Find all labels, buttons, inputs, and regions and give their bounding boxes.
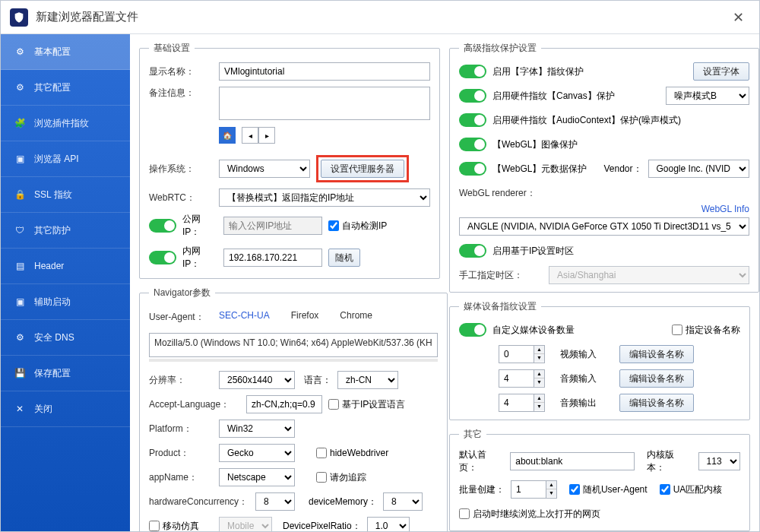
prev-icon-button[interactable]: ◂ <box>242 127 258 144</box>
language-label: 语言： <box>301 374 331 387</box>
user-agent-input[interactable]: Mozilla/5.0 (Windows NT 10.0; Win64; x64… <box>149 333 438 357</box>
os-label: 操作系统： <box>149 163 213 176</box>
sidebar-item-close[interactable]: ✕关闭 <box>1 391 130 427</box>
right-column: 高级指纹保护设置 启用【字体】指纹保护 设置字体 启用硬件指纹【Canvas】保… <box>449 42 750 525</box>
continue-browsing-checkbox[interactable]: 启动时继续浏览上次打开的网页 <box>459 508 600 521</box>
close-icon[interactable]: ✕ <box>727 6 750 29</box>
shield-icon: 🛡 <box>13 223 27 237</box>
sidebar-item-ssl-fp[interactable]: 🔒SSL 指纹 <box>1 177 130 213</box>
home-icon-button[interactable]: 🏠 <box>219 127 236 144</box>
sidebar-item-basic[interactable]: ⚙基本配置 <box>1 34 130 70</box>
set-proxy-button[interactable]: 设置代理服务器 <box>321 160 404 178</box>
batch-count-stepper[interactable]: ▲▼ <box>511 480 557 499</box>
ip-tz-toggle[interactable] <box>459 244 486 258</box>
tab-sec-ch-ua[interactable]: SEC-CH-UA <box>219 310 270 322</box>
media-fp-group: 媒体设备指纹设置 自定义媒体设备数量 指定设备名称 ▲▼ 视频输入 编辑设备名称 <box>449 300 750 420</box>
random-ua-checkbox[interactable]: 随机User-Agent <box>569 483 648 496</box>
ip-lang-checkbox[interactable]: 基于IP设置语言 <box>328 398 405 411</box>
canvas-mode-select[interactable]: 噪声模式B <box>666 87 749 105</box>
gear-icon: ⚙ <box>13 45 27 59</box>
appname-select[interactable]: Netscape <box>219 468 295 486</box>
tab-firefox[interactable]: Firefox <box>291 310 319 322</box>
font-fp-toggle[interactable] <box>459 65 486 78</box>
ua-match-kernel-checkbox[interactable]: UA匹配内核 <box>660 483 723 496</box>
vendor-select[interactable]: Google Inc. (NVID <box>648 160 749 178</box>
sidebar-item-save[interactable]: 💾保存配置 <box>1 356 130 391</box>
sidebar-item-other-protect[interactable]: 🛡其它防护 <box>1 213 130 249</box>
mobile-emu-checkbox[interactable]: 移动仿真 <box>149 520 213 532</box>
accept-lang-input[interactable] <box>246 395 322 413</box>
navigator-group: Navigator参数 User-Agent： SEC-CH-UA Firefo… <box>139 287 448 531</box>
auto-detect-checkbox[interactable]: 自动检测IP <box>328 220 387 233</box>
audio-in-count-stepper[interactable]: ▲▼ <box>499 369 545 388</box>
dns-icon: ⚙ <box>13 331 27 344</box>
hc-label: hardwareConcurrency： <box>149 496 249 508</box>
public-ip-toggle[interactable] <box>149 219 176 233</box>
specify-name-checkbox[interactable]: 指定设备名称 <box>672 324 740 337</box>
ua-scrollbar[interactable] <box>149 359 438 362</box>
webgl-meta-toggle[interactable] <box>459 162 486 176</box>
other-legend: 其它 <box>459 428 486 441</box>
ip-tz-label: 启用基于IP设置时区 <box>492 245 574 258</box>
window-title: 新建浏览器配置文件 <box>36 10 138 24</box>
do-not-track-checkbox[interactable]: 请勿追踪 <box>316 471 366 484</box>
webgl-info-link[interactable]: WebGL Info <box>701 204 749 214</box>
hc-select[interactable]: 8 <box>255 492 295 511</box>
main-content: 基础设置 显示名称： 备注信息： 🏠 ◂ ▸ <box>130 34 759 531</box>
random-ip-button[interactable]: 随机 <box>328 249 360 267</box>
edit-audio-out-name-button: 编辑设备名称 <box>619 394 694 412</box>
titlebar: 新建浏览器配置文件 ✕ <box>1 1 759 34</box>
custom-media-toggle[interactable] <box>459 323 486 337</box>
product-select[interactable]: Gecko <box>219 444 295 462</box>
audio-out-count-stepper[interactable]: ▲▼ <box>499 394 545 412</box>
webgl-img-toggle[interactable] <box>459 138 486 151</box>
public-ip-input <box>223 217 322 235</box>
sidebar-item-other-config[interactable]: ⚙其它配置 <box>1 70 130 106</box>
webrtc-select[interactable]: 【替换模式】返回指定的IP地址 <box>219 188 430 207</box>
homepage-input[interactable] <box>510 452 635 470</box>
edit-audio-in-name-button: 编辑设备名称 <box>619 369 694 388</box>
audio-fp-toggle[interactable] <box>459 113 486 127</box>
sidebar-item-browser-api[interactable]: ▣浏览器 API <box>1 141 130 177</box>
app-window: 新建浏览器配置文件 ✕ ⚙基本配置 ⚙其它配置 🧩浏览插件指纹 ▣浏览器 API… <box>0 0 760 532</box>
canvas-fp-toggle[interactable] <box>459 89 486 103</box>
resolution-select[interactable]: 2560x1440 <box>219 371 295 389</box>
set-font-button[interactable]: 设置字体 <box>693 62 749 81</box>
kernel-select[interactable]: 113 <box>698 452 740 470</box>
accept-lang-label: Accept-Language： <box>149 398 240 411</box>
lock-icon: 🔒 <box>13 188 27 201</box>
sidebar-item-secure-dns[interactable]: ⚙安全 DNS <box>1 320 130 356</box>
dm-label: deviceMemory： <box>309 496 377 508</box>
language-select[interactable]: zh-CN <box>337 371 398 389</box>
custom-media-label: 自定义媒体设备数量 <box>492 324 666 337</box>
proxy-highlight: 设置代理服务器 <box>316 155 409 182</box>
intranet-ip-toggle[interactable] <box>149 251 176 264</box>
next-icon-button[interactable]: ▸ <box>258 127 275 144</box>
sidebar-item-aux-launch[interactable]: ▣辅助启动 <box>1 284 130 320</box>
basic-legend: 基础设置 <box>149 42 195 55</box>
os-select[interactable]: Windows <box>219 160 310 178</box>
api-icon: ▣ <box>13 152 27 166</box>
sidebar-item-header[interactable]: ▤Header <box>1 249 130 284</box>
hide-webdriver-checkbox[interactable]: hideWebdriver <box>316 448 388 458</box>
sidebar-item-plugin-fp[interactable]: 🧩浏览插件指纹 <box>1 106 130 141</box>
adv-legend: 高级指纹保护设置 <box>459 42 541 55</box>
tab-chrome[interactable]: Chrome <box>340 310 372 322</box>
audio-fp-label: 启用硬件指纹【AudioContext】保护(噪声模式) <box>492 114 681 127</box>
intranet-ip-input[interactable] <box>223 249 322 267</box>
video-count-stepper[interactable]: ▲▼ <box>499 345 545 363</box>
remark-textarea[interactable] <box>219 87 430 120</box>
dpr-select[interactable]: 1.0 <box>367 517 410 531</box>
batch-label: 批量创建： <box>459 483 505 496</box>
renderer-select[interactable]: ANGLE (NVIDIA, NVIDIA GeForce GTX 1050 T… <box>459 217 749 236</box>
display-name-input[interactable] <box>219 62 430 81</box>
dm-select[interactable]: 8 <box>383 492 423 511</box>
video-input-label: 视频输入 <box>560 348 613 361</box>
display-name-label: 显示名称： <box>149 65 213 78</box>
appname-label: appName： <box>149 471 213 484</box>
platform-select[interactable]: Win32 <box>219 420 295 438</box>
kernel-label: 内核版本： <box>647 448 692 474</box>
product-label: Product： <box>149 447 213 460</box>
other-group: 其它 默认首页： 内核版本： 113 批量创建： ▲▼ 随机User-Agent… <box>449 428 750 531</box>
webgl-img-label: 【WebGL】图像保护 <box>492 138 578 151</box>
